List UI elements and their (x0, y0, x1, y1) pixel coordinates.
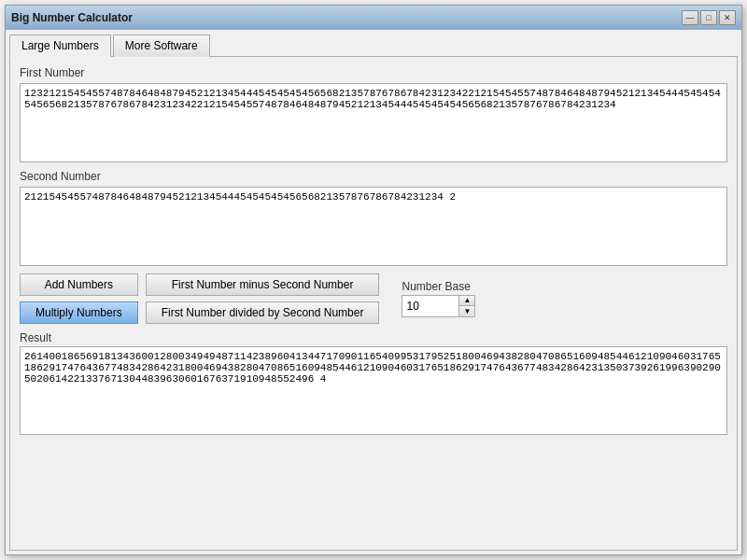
multiply-numbers-button[interactable]: Multiply Numbers (20, 301, 138, 324)
tab-large-numbers[interactable]: Large Numbers (9, 35, 111, 57)
title-bar: Big Number Calculator — □ ✕ (6, 6, 741, 30)
number-base-group: Number Base ▲ ▼ (402, 280, 475, 317)
add-numbers-button[interactable]: Add Numbers (20, 273, 138, 296)
number-base-input[interactable] (402, 296, 458, 316)
second-number-label: Second Number (20, 170, 727, 183)
title-controls: — □ ✕ (682, 10, 736, 25)
result-input[interactable]: 2614001865691813436001280034949487114238… (20, 346, 727, 435)
main-window: Big Number Calculator — □ ✕ Large Number… (5, 5, 742, 555)
buttons-column: Add Numbers Multiply Numbers (20, 273, 138, 324)
number-base-input-wrap: ▲ ▼ (402, 295, 475, 317)
spinner-down-button[interactable]: ▼ (459, 306, 474, 316)
minimize-button[interactable]: — (682, 10, 698, 25)
main-content: Large Numbers More Software First Number… (6, 30, 741, 554)
result-label: Result (20, 331, 727, 344)
first-number-input[interactable]: 1232121545455748784648487945212134544454… (20, 83, 727, 162)
close-button[interactable]: ✕ (719, 10, 736, 25)
maximize-button[interactable]: □ (700, 10, 717, 25)
tab-content-large-numbers: First Number 123212154545574878464848794… (9, 56, 738, 551)
second-number-input[interactable]: 2121545455748784648487945212134544454545… (20, 187, 727, 266)
spinner-buttons: ▲ ▼ (458, 296, 474, 316)
buttons-column-2: First Number minus Second Number First N… (146, 273, 380, 324)
first-number-label: First Number (20, 66, 727, 79)
buttons-section: Add Numbers Multiply Numbers First Numbe… (20, 273, 727, 324)
result-group: Result 261400186569181343600128003494948… (20, 331, 727, 435)
number-base-label: Number Base (402, 280, 470, 293)
tab-bar: Large Numbers More Software (9, 34, 738, 56)
first-number-group: First Number 123212154545574878464848794… (20, 66, 727, 162)
divide-numbers-button[interactable]: First Number divided by Second Number (146, 301, 380, 324)
tab-more-software[interactable]: More Software (113, 35, 210, 57)
window-title: Big Number Calculator (11, 11, 133, 24)
spinner-up-button[interactable]: ▲ (459, 296, 474, 306)
subtract-numbers-button[interactable]: First Number minus Second Number (146, 273, 380, 296)
second-number-group: Second Number 21215454557487846484879452… (20, 170, 727, 266)
